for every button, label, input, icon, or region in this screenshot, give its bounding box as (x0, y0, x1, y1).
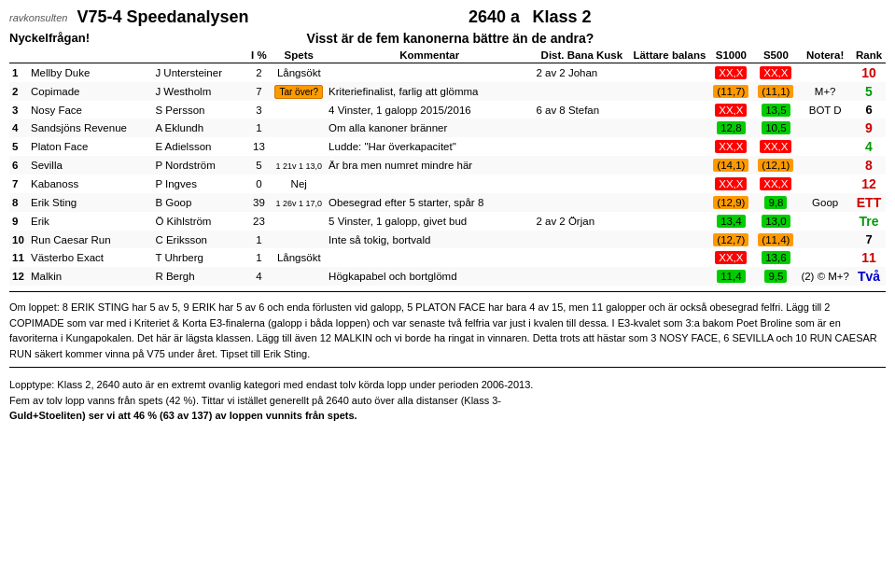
kommentar-cell (326, 175, 533, 193)
s1000-cell: XX,X (708, 101, 753, 119)
lattare-cell (630, 231, 708, 248)
s1000-value: XX,X (715, 251, 747, 264)
kommentar-cell: Obesegrad efter 5 starter, spår 8 (326, 193, 533, 212)
s1000-value: 11,4 (717, 270, 745, 283)
s500-value: (11,4) (758, 233, 793, 246)
horse-name: Västerbo Exact (28, 248, 152, 267)
horse-name: Sevilla (28, 156, 152, 175)
rank-cell: 9 (852, 119, 886, 137)
lattare-cell (630, 193, 708, 212)
notera-cell: Goop (798, 193, 852, 212)
rank-value: 4 (865, 139, 873, 154)
i-pct: 1 (245, 248, 272, 267)
rank-cell: 11 (852, 248, 886, 267)
s1000-cell: (12,7) (708, 231, 753, 248)
header-section: ravkonsulten V75-4 Speedanalysen 2640 a … (9, 7, 886, 27)
s1000-cell: XX,X (708, 137, 753, 156)
main-title: V75-4 Speedanalysen (77, 7, 248, 27)
dist-cell (533, 231, 630, 248)
s1000-cell: XX,X (708, 63, 753, 83)
spets-cell (272, 101, 326, 119)
logo-text: ravkonsulten (9, 12, 67, 23)
rank-value: 6 (865, 103, 872, 117)
notera-cell (798, 231, 852, 248)
s1000-value: (12,9) (713, 196, 748, 209)
kommentar-cell: Högkapabel och bortglömd (326, 267, 533, 286)
lattare-cell (630, 63, 708, 83)
spets-cell (272, 231, 326, 248)
horse-name: Kabanoss (28, 175, 152, 193)
s500-value: 13,0 (762, 215, 790, 228)
horse-name: Erik (28, 212, 152, 231)
table-row: 2CopimadeJ Westholm7Tar över?Kriteriefin… (9, 82, 886, 101)
rank-value: 10 (861, 65, 876, 80)
spets-cell (272, 119, 326, 137)
om-loppet-text: Om loppet: 8 ERIK STING har 5 av 5, 9 ER… (9, 300, 886, 361)
page-container: ravkonsulten V75-4 Speedanalysen 2640 a … (9, 7, 886, 424)
s500-cell: 10,5 (753, 119, 798, 137)
table-row: 10Run Caesar RunC Eriksson1Inte så tokig… (9, 231, 886, 248)
horse-name: Platon Face (28, 137, 152, 156)
th-s1000: S1000 (708, 48, 753, 63)
footer-section: Lopptype: Klass 2, 2640 auto är en extre… (9, 377, 886, 424)
table-row: 8Erik StingB Goop391 26v 1 17,0Obesegrad… (9, 193, 886, 212)
dist-cell (533, 137, 630, 156)
summary-text: Om loppet: 8 ERIK STING har 5 av 5, 9 ER… (9, 300, 886, 361)
spets-small-text: 1 26v 1 17,0 (275, 199, 322, 208)
lattare-cell (630, 212, 708, 231)
driver-name: J Westholm (152, 82, 245, 101)
i-pct: 7 (245, 82, 272, 101)
table-row: 3Nosy FaceS Persson34 Vinster, 1 galopp … (9, 101, 886, 119)
rank-cell: 10 (852, 63, 886, 83)
tar-over-button[interactable]: Tar över? (274, 85, 323, 99)
s500-cell: (11,4) (753, 231, 798, 248)
kommentar-cell: Ludde: "Har överkapacitet" (326, 137, 533, 156)
kommentar-cell: Inte så tokig, bortvald (326, 231, 533, 248)
s500-value: XX,X (760, 140, 791, 153)
spets-cell[interactable]: Tar över? (272, 82, 326, 101)
driver-name: S Persson (152, 101, 245, 119)
notera-cell (798, 156, 852, 175)
th-driver (152, 48, 245, 63)
i-pct: 13 (245, 137, 272, 156)
s500-value: 9,5 (764, 270, 787, 283)
sub-header: Nyckelfrågan! Visst är de fem kanonerna … (9, 31, 886, 46)
horse-name: Mellby Duke (28, 63, 152, 83)
klass-label: Klass 2 (532, 7, 591, 26)
table-row: 11Västerbo ExactT Uhrberg1LångsöktXX,X13… (9, 248, 886, 267)
notera-cell: (2) © M+? (798, 267, 852, 286)
rank-cell: 4 (852, 137, 886, 156)
row-num: 1 (9, 63, 28, 83)
lattare-cell (630, 101, 708, 119)
s500-cell: (11,1) (753, 82, 798, 101)
rank-value: 11 (861, 250, 876, 265)
dist-cell: 2 av 2 Johan (533, 63, 630, 83)
rank-cell: 7 (852, 231, 886, 248)
s500-value: XX,X (760, 66, 791, 79)
s500-cell: 13,0 (753, 212, 798, 231)
i-pct: 1 (245, 231, 272, 248)
kommentar-cell (326, 63, 533, 83)
s1000-value: XX,X (715, 140, 747, 153)
th-lattare: Lättare balans (630, 48, 708, 63)
th-notera: Notera! (798, 48, 852, 63)
dist-cell: 2 av 2 Örjan (533, 212, 630, 231)
s1000-value: (14,1) (713, 159, 748, 172)
nyckelfragen-label: Nyckelfrågan! (9, 31, 90, 46)
s500-value: 13,6 (762, 251, 790, 264)
th-dist: Dist. Bana Kusk (533, 48, 630, 63)
dist-cell (533, 267, 630, 286)
rank-cell: Två (852, 267, 886, 286)
driver-name: A Eklundh (152, 119, 245, 137)
table-row: 5Platon FaceE Adielsson13Ludde: "Har öve… (9, 137, 886, 156)
s500-cell: (12,1) (753, 156, 798, 175)
dist-cell (533, 175, 630, 193)
s1000-value: 12,8 (717, 121, 745, 134)
rank-value: 7 (865, 232, 872, 246)
driver-name: C Eriksson (152, 231, 245, 248)
notera-cell (798, 137, 852, 156)
dist-cell (533, 82, 630, 101)
dist-cell (533, 193, 630, 212)
lattare-cell (630, 119, 708, 137)
row-num: 12 (9, 267, 28, 286)
